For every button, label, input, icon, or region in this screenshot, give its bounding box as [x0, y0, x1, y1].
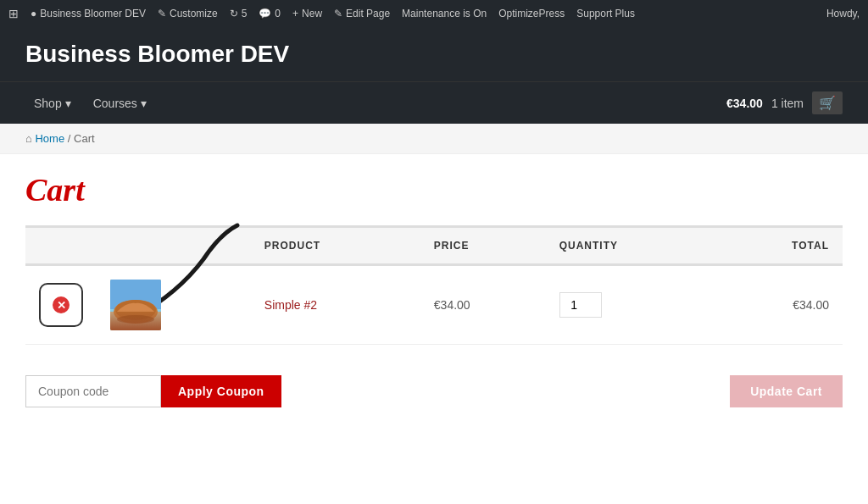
product-image	[110, 280, 161, 330]
col-header-total: TOTAL	[715, 227, 843, 265]
edit-icon: ✎	[334, 8, 342, 19]
site-nav: Shop ▾ Courses ▾ €34.00 1 item 🛒	[0, 81, 868, 124]
cart-price: €34.00	[726, 97, 763, 110]
admin-optimizepress[interactable]: OptimizePress	[498, 8, 565, 19]
admin-support-plus[interactable]: Support Plus	[576, 8, 635, 19]
coupon-input[interactable]	[25, 375, 161, 407]
coupon-section: Apply Coupon	[25, 375, 281, 407]
nav-items: Shop ▾ Courses ▾	[25, 90, 726, 117]
site-title[interactable]: Business Bloomer DEV	[25, 41, 289, 67]
nav-item-shop[interactable]: Shop ▾	[25, 90, 80, 117]
svg-point-5	[115, 300, 156, 320]
nav-cart: €34.00 1 item 🛒	[726, 91, 843, 114]
site-header: Business Bloomer DEV	[0, 27, 868, 81]
product-image-cell	[97, 265, 251, 345]
table-header-row: PRODUCT PRICE QUANTITY TOTAL	[25, 227, 843, 265]
cart-actions: Apply Coupon Update Cart	[25, 362, 843, 421]
remove-cell: ✕	[25, 265, 97, 345]
cart-icon[interactable]: 🛒	[812, 91, 843, 114]
new-icon: +	[292, 8, 298, 19]
admin-site-name[interactable]: ● Business Bloomer DEV	[31, 8, 146, 19]
col-header-quantity: QUANTITY	[546, 227, 715, 265]
product-quantity-cell	[546, 265, 715, 345]
col-header-price: PRICE	[420, 227, 546, 265]
admin-updates[interactable]: ↻ 5	[230, 8, 248, 19]
table-row: ✕	[25, 265, 843, 345]
wp-icon: ⊞	[8, 7, 19, 20]
col-header-remove	[25, 227, 97, 265]
home-icon: ⌂	[25, 132, 32, 145]
customize-icon: ✎	[158, 8, 166, 19]
admin-bar: ⊞ ● Business Bloomer DEV ✎ Customize ↻ 5…	[0, 0, 868, 27]
product-name-cell: Simple #2	[251, 265, 420, 345]
remove-btn-wrapper: ✕	[39, 283, 83, 327]
admin-edit-page[interactable]: ✎ Edit Page	[334, 8, 390, 19]
main-content: Cart PRODUCT PRICE QUANTITY TOTAL	[0, 154, 868, 455]
quantity-input[interactable]	[559, 292, 602, 318]
remove-button[interactable]: ✕	[39, 283, 83, 327]
update-cart-button[interactable]: Update Cart	[730, 375, 843, 407]
admin-customize[interactable]: ✎ Customize	[158, 8, 218, 19]
comments-icon: 💬	[259, 8, 271, 19]
product-price-cell: €34.00	[420, 265, 546, 345]
cart-item-count: 1 item	[771, 97, 804, 110]
product-name[interactable]: Simple #2	[264, 298, 317, 312]
product-price: €34.00	[434, 298, 470, 312]
product-total-cell: €34.00	[715, 265, 843, 345]
apply-coupon-button[interactable]: Apply Coupon	[161, 375, 281, 407]
admin-howdy: Howdy,	[826, 8, 860, 19]
breadcrumb-separator: /	[68, 132, 74, 145]
page-title: Cart	[25, 171, 843, 208]
remove-icon: ✕	[53, 296, 70, 313]
breadcrumb-home[interactable]: Home	[35, 132, 64, 145]
admin-maintenance[interactable]: Maintenance is On	[402, 8, 487, 19]
svg-point-6	[117, 315, 154, 324]
svg-rect-3	[110, 312, 161, 330]
chevron-down-icon: ▾	[141, 97, 147, 110]
admin-new[interactable]: + New	[292, 8, 322, 19]
col-header-thumb	[97, 227, 251, 265]
site-name-icon: ●	[31, 8, 36, 19]
col-header-product: PRODUCT	[251, 227, 420, 265]
product-total: €34.00	[793, 298, 829, 312]
breadcrumb: ⌂ Home / Cart	[0, 124, 868, 154]
breadcrumb-current: Cart	[74, 132, 95, 145]
admin-comments[interactable]: 💬 0	[259, 8, 281, 19]
chevron-down-icon: ▾	[65, 97, 71, 110]
nav-item-courses[interactable]: Courses ▾	[85, 90, 155, 117]
admin-wp-logo[interactable]: ⊞	[8, 7, 19, 20]
cart-table: PRODUCT PRICE QUANTITY TOTAL ✕	[25, 225, 843, 345]
updates-icon: ↻	[230, 8, 238, 19]
